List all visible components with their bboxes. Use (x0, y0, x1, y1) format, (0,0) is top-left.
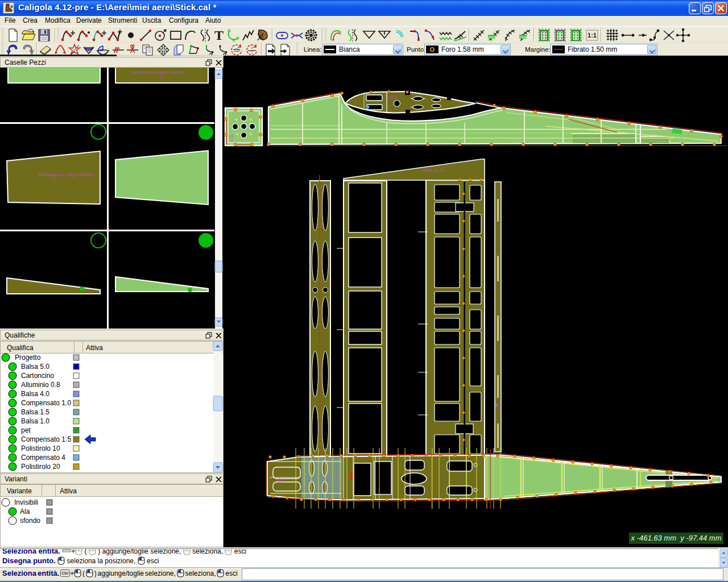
svg-text:Invisibili: Invisibili (14, 498, 38, 506)
svg-text:Polistirolo 20: Polistirolo 20 (21, 463, 60, 471)
svg-text:Balsa 4.0: Balsa 4.0 (21, 390, 49, 398)
svg-text:*: * (348, 483, 350, 488)
svg-text:Compensato 1.0: Compensato 1.0 (21, 399, 71, 407)
svg-text:2: 2 (160, 75, 163, 79)
svg-text:Balsa 1.5: Balsa 1.5 (21, 408, 49, 416)
svg-text:Alluminio 0.8: Alluminio 0.8 (21, 381, 60, 389)
svg-text:T: T (214, 28, 224, 43)
svg-text:Ctrl: Ctrl (62, 571, 69, 575)
svg-text:Polistirolo 10: Polistirolo 10 (21, 444, 60, 452)
svg-text:B30:balsa-con margini indicati: B30:balsa-con margini indicati 0 (39, 173, 95, 177)
svg-text:2: 2 (52, 177, 55, 181)
svg-text:Balsa 5.0: Balsa 5.0 (21, 363, 49, 371)
svg-text:Progetto: Progetto (15, 354, 41, 361)
svg-text:3: 3 (230, 138, 233, 143)
svg-text:1:1: 1:1 (588, 32, 597, 39)
svg-text:100x5x5 mm-margini 0.4x0.40: 100x5x5 mm-margini 0.4x0.40 (131, 70, 184, 75)
svg-text:1 3 3: 1 3 3 (387, 95, 397, 100)
svg-text:Qualifica: Qualifica (7, 344, 34, 352)
svg-text:Variante: Variante (7, 487, 32, 495)
svg-text:pass: pass (520, 35, 527, 39)
svg-text:*: * (340, 479, 342, 484)
svg-text:Compensato 1.5: Compensato 1.5 (21, 435, 71, 443)
svg-text:pass: pass (489, 35, 496, 39)
svg-text:4: 4 (10, 4, 13, 9)
svg-text:Ala: Ala (20, 508, 30, 516)
svg-text:Balsa 1.0: Balsa 1.0 (21, 417, 49, 425)
svg-text:Compensato 4: Compensato 4 (21, 454, 65, 462)
svg-text:Cartoncino: Cartoncino (21, 372, 54, 380)
svg-text:Attiva: Attiva (60, 487, 77, 495)
svg-text:pet: pet (21, 426, 31, 434)
svg-text:Attiva: Attiva (86, 344, 103, 352)
svg-text:Balsa da 1.0: Balsa da 1.0 (423, 168, 445, 172)
svg-text:sfondo: sfondo (20, 517, 40, 525)
